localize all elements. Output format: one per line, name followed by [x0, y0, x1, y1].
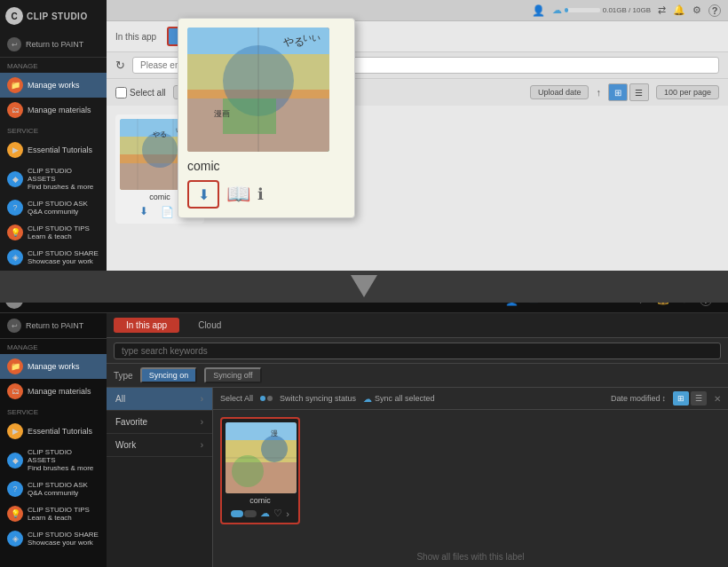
sync-dot-blue — [260, 396, 265, 401]
per-page-button[interactable]: 100 per page — [656, 85, 719, 99]
bottom-return-label: Return to PAINT — [26, 321, 83, 330]
bottom-section: C CLIP STUDIO ↩ Return to PAINT Manage 📁… — [0, 287, 728, 567]
cloud-download-icon-top[interactable]: ⬇ — [139, 205, 157, 219]
down-arrow-icon — [346, 271, 382, 303]
bottom-manage-works-icon: 📁 — [7, 358, 23, 374]
user-icon[interactable]: 👤 — [532, 4, 545, 17]
close-panel-button[interactable]: ✕ — [714, 394, 721, 404]
sync-all-button[interactable]: ☁ Sync all selected — [363, 394, 435, 404]
bottom-sidebar-tips[interactable]: 💡 CLIP STUDIO TIPSLearn & teach — [0, 501, 107, 526]
list-view-button[interactable]: ☰ — [629, 83, 649, 101]
bottom-sidebar-share[interactable]: ◈ CLIP STUDIO SHAREShowcase your work — [0, 526, 107, 551]
cloud-tab-bottom[interactable]: Cloud — [185, 317, 234, 334]
bottom-sidebar-ask[interactable]: ? CLIP STUDIO ASKQ&A community — [0, 476, 107, 501]
works-toolbar: Select All Switch syncing status ☁ Sync … — [213, 388, 728, 410]
tab-prefix: In this app — [115, 32, 156, 42]
date-sort-button[interactable]: Date modified ↕ — [611, 394, 666, 403]
refresh-button[interactable]: ↻ — [115, 59, 125, 72]
help-icon[interactable]: ? — [708, 4, 721, 17]
bottom-manage-materials-label: Manage materials — [28, 387, 91, 396]
cloud-storage-indicator: ☁ 0.01GB / 10GB — [552, 4, 651, 16]
switch-syncing-button[interactable]: Switch syncing status — [280, 394, 356, 403]
cloud-icon-bottom[interactable]: ☁ — [260, 508, 270, 519]
svg-rect-12 — [223, 98, 276, 134]
share-label: CLIP STUDIO SHAREShowcase your work — [28, 249, 99, 265]
sidebar-item-tutorials[interactable]: ▶ Essential Tutorials — [0, 138, 107, 162]
comic-thumb-bottom: 漫 — [226, 422, 297, 493]
syncing-on-button[interactable]: Syncing on — [140, 367, 198, 383]
bottom-sidebar: C CLIP STUDIO ↩ Return to PAINT Manage 📁… — [0, 287, 107, 567]
filter-favorite-chevron: › — [201, 417, 203, 427]
bottom-main: 👤 ☁ 0.01GB / 10GB ⇄ 🔔 ⚙ ? In this app Cl… — [107, 287, 728, 567]
svg-text:漫画: 漫画 — [214, 109, 230, 118]
bottom-assets-icon: ◆ — [7, 453, 23, 469]
sidebar-item-tips[interactable]: 💡 CLIP STUDIO TIPSLearn & teach — [0, 220, 107, 245]
tips-label: CLIP STUDIO TIPSLearn & teach — [28, 224, 90, 240]
bottom-sidebar-assets[interactable]: ◆ CLIP STUDIO ASSETSFind brushes & more — [0, 444, 107, 476]
sidebar-item-manage-works[interactable]: 📁 Manage works — [0, 73, 107, 98]
sidebar-item-assets[interactable]: ◆ CLIP STUDIO ASSETSFind brushes & more — [0, 162, 107, 195]
manage-section-label: Manage — [0, 58, 107, 73]
filter-favorite[interactable]: Favorite › — [107, 411, 212, 434]
bottom-tips-label: CLIP STUDIO TIPSLearn & teach — [28, 506, 90, 522]
manage-works-label: Manage works — [28, 81, 80, 90]
show-all-files-label: Show all files with this label — [213, 547, 728, 567]
ask-label: CLIP STUDIO ASKQ&A community — [28, 200, 88, 216]
bottom-service-label: Service — [0, 404, 107, 419]
return-to-paint[interactable]: ↩ Return to PAINT — [0, 32, 107, 58]
select-all-button[interactable]: Select All — [220, 394, 253, 403]
filter-work[interactable]: Work › — [107, 434, 212, 457]
top-section: C CLIP STUDIO ↩ Return to PAINT Manage 📁… — [0, 0, 728, 284]
assets-label: CLIP STUDIO ASSETSFind brushes & more — [28, 167, 99, 191]
select-all-checkbox[interactable] — [115, 87, 127, 98]
bottom-share-label: CLIP STUDIO SHAREShowcase your work — [28, 531, 99, 547]
upload-date-button[interactable]: Upload date — [530, 85, 590, 99]
svg-text:いい: いい — [303, 33, 320, 43]
app-logo: C CLIP STUDIO — [0, 0, 107, 32]
svg-text:やる: やる — [283, 35, 305, 48]
tips-icon: 💡 — [7, 224, 23, 240]
svg-text:漫: 漫 — [271, 429, 278, 437]
bell-icon[interactable]: 🔔 — [673, 4, 685, 16]
bottom-search-input[interactable] — [114, 343, 721, 359]
popup-info-icon[interactable]: ℹ — [257, 185, 264, 204]
bottom-tutorials-icon: ▶ — [7, 423, 23, 439]
manage-materials-label: Manage materials — [28, 106, 91, 114]
sync-toggle[interactable] — [231, 510, 257, 517]
comic-card-bottom[interactable]: 漫 comic ☁ ♡ › — [220, 417, 300, 524]
heart-button[interactable]: ♡ — [273, 508, 282, 519]
filter-all[interactable]: All › — [107, 388, 212, 411]
sidebar-item-ask[interactable]: ? CLIP STUDIO ASKQ&A community — [0, 195, 107, 220]
sidebar-item-share[interactable]: ◈ CLIP STUDIO SHAREShowcase your work — [0, 245, 107, 270]
in-app-tab[interactable]: In this app — [114, 318, 179, 333]
transfer-icon[interactable]: ⇄ — [658, 4, 666, 16]
svg-point-22 — [232, 455, 264, 487]
manage-materials-icon: 🗂 — [7, 102, 23, 118]
bottom-sidebar-manage-works[interactable]: 📁 Manage works — [0, 354, 107, 379]
popup-title: comic — [187, 159, 345, 173]
works-grid: 漫 comic ☁ ♡ › — [213, 410, 728, 532]
sort-icon: ↕ — [662, 394, 667, 403]
bottom-tips-icon: 💡 — [7, 506, 23, 522]
service-section-label: Service — [0, 122, 107, 138]
bottom-search-row — [107, 338, 728, 364]
sort-asc-icon[interactable]: ↑ — [596, 87, 601, 98]
svg-point-21 — [261, 436, 288, 462]
bottom-list-view-button[interactable]: ☰ — [691, 391, 707, 406]
bottom-manage-materials-icon: 🗂 — [7, 383, 23, 399]
ask-icon: ? — [7, 200, 23, 216]
sync-off-indicator — [244, 510, 257, 517]
detail-arrow-button[interactable]: › — [286, 508, 289, 519]
bottom-grid-view-button[interactable]: ⊞ — [673, 391, 689, 406]
select-all-label[interactable]: Select all — [115, 87, 166, 98]
grid-view-button[interactable]: ⊞ — [608, 83, 628, 101]
storage-text: 0.01GB / 10GB — [603, 6, 651, 14]
popup-cloud-download-button[interactable]: ⬇ — [187, 180, 219, 209]
bottom-sidebar-manage-materials[interactable]: 🗂 Manage materials — [0, 379, 107, 404]
sidebar-item-manage-materials[interactable]: 🗂 Manage materials — [0, 98, 107, 122]
type-label: Type — [114, 371, 133, 381]
syncing-off-button[interactable]: Syncing off — [204, 367, 261, 383]
bottom-sidebar-tutorials[interactable]: ▶ Essential Tutorials — [0, 419, 107, 444]
gear-icon[interactable]: ⚙ — [692, 4, 701, 16]
bottom-return-to-paint[interactable]: ↩ Return to PAINT — [0, 313, 107, 339]
